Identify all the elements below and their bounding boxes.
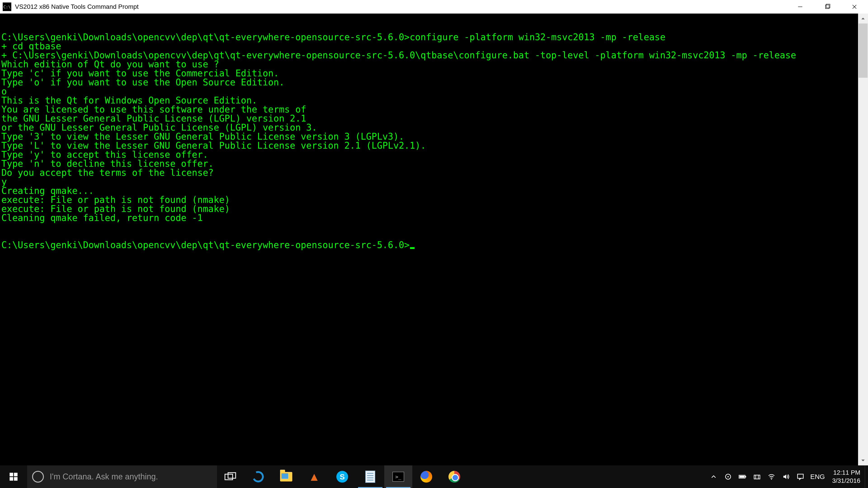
svg-rect-20 — [798, 474, 804, 478]
system-tray — [707, 465, 807, 488]
cortana-placeholder: I'm Cortana. Ask me anything. — [50, 472, 158, 482]
tray-overflow-icon[interactable] — [709, 473, 718, 481]
matlab-icon: ▲ — [308, 470, 320, 484]
cortana-search[interactable]: I'm Cortana. Ask me anything. — [27, 465, 217, 488]
terminal-line: Type 'y' to accept this license offer. — [1, 150, 867, 159]
close-button[interactable] — [841, 0, 868, 13]
wifi-icon[interactable] — [767, 473, 776, 481]
svg-rect-8 — [14, 477, 18, 481]
taskbar-apps: ▲ S >_ — [244, 465, 468, 488]
svg-point-19 — [771, 479, 772, 480]
svg-rect-2 — [826, 4, 830, 8]
taskbar-app-firefox[interactable] — [412, 465, 440, 488]
chrome-icon — [448, 471, 460, 483]
task-view-button[interactable] — [217, 465, 244, 488]
terminal-line: Creating qmake... — [1, 186, 867, 195]
location-icon[interactable] — [724, 473, 733, 481]
window-title: VS2012 x86 Native Tools Command Prompt — [15, 3, 138, 10]
scroll-thumb[interactable] — [859, 24, 868, 78]
svg-rect-15 — [740, 476, 745, 478]
terminal-line: Type 'n' to decline this license offer. — [1, 159, 867, 168]
terminal-line: Type 'o' if you want to use the Open Sou… — [1, 78, 867, 87]
action-center-icon[interactable] — [796, 473, 805, 481]
cortana-icon — [32, 471, 44, 483]
taskbar: I'm Cortana. Ask me anything. ▲ S >_ ENG… — [0, 465, 868, 488]
terminal-line: + C:\Users\genki\Downloads\opencvv\dep\q… — [1, 51, 867, 60]
minimize-button[interactable] — [786, 0, 814, 13]
terminal-prompt: C:\Users\genki\Downloads\opencvv\dep\qt\… — [1, 240, 410, 250]
clock-time: 12:11 PM — [833, 468, 860, 477]
network-icon[interactable] — [753, 473, 761, 481]
terminal-line: This is the Qt for Windows Open Source E… — [1, 96, 867, 105]
show-desktop-button[interactable] — [865, 465, 868, 488]
terminal-line: Type 'L' to view the Lesser GNU General … — [1, 141, 867, 150]
svg-rect-10 — [228, 473, 236, 478]
terminal-output[interactable]: C:\Users\genki\Downloads\opencvv\dep\qt\… — [0, 13, 868, 465]
taskbar-clock[interactable]: 12:11 PM 3/31/2016 — [828, 465, 865, 488]
svg-rect-7 — [10, 477, 13, 481]
skype-icon: S — [336, 471, 348, 483]
taskbar-app-skype[interactable]: S — [328, 465, 356, 488]
titlebar[interactable]: C:\ VS2012 x86 Native Tools Command Prom… — [0, 0, 868, 13]
taskbar-app-notepad[interactable] — [356, 465, 384, 488]
battery-icon[interactable] — [738, 473, 747, 481]
terminal-line: y — [1, 177, 867, 186]
terminal-line: You are licensed to use this software un… — [1, 105, 867, 114]
firefox-icon — [421, 471, 432, 483]
terminal-line: + cd qtbase — [1, 41, 867, 51]
terminal-line: C:\Users\genki\Downloads\opencvv\dep\qt\… — [1, 33, 867, 41]
start-button[interactable] — [0, 465, 27, 488]
terminal-line: o — [1, 87, 867, 96]
taskbar-app-cmd[interactable]: >_ — [384, 465, 412, 488]
taskbar-app-chrome[interactable] — [440, 465, 468, 488]
scroll-track[interactable] — [858, 24, 868, 455]
taskbar-app-matlab[interactable]: ▲ — [300, 465, 328, 488]
terminal-line: Type '3' to view the Lesser GNU General … — [1, 132, 867, 141]
svg-point-12 — [727, 476, 729, 477]
edge-icon — [251, 469, 266, 484]
command-prompt-window: C:\ VS2012 x86 Native Tools Command Prom… — [0, 0, 868, 465]
svg-rect-16 — [754, 475, 760, 479]
terminal-line: the GNU Lesser General Public License (L… — [1, 114, 867, 123]
terminal-line: Cleaning qmake failed, return code -1 — [1, 213, 867, 222]
terminal-line: Which edition of Qt do you want to use ? — [1, 60, 867, 69]
terminal-line: execute: File or path is not found (nmak… — [1, 195, 867, 204]
svg-rect-14 — [745, 476, 746, 478]
cmd-icon: >_ — [393, 472, 404, 482]
svg-rect-5 — [10, 473, 13, 477]
svg-rect-6 — [14, 473, 18, 477]
notepad-icon — [365, 470, 375, 483]
svg-rect-9 — [225, 474, 232, 480]
scroll-down-button[interactable] — [858, 455, 868, 465]
svg-rect-1 — [826, 5, 829, 8]
taskbar-app-file-explorer[interactable] — [272, 465, 300, 488]
terminal-line: Type 'c' if you want to use the Commerci… — [1, 69, 867, 78]
volume-icon[interactable] — [782, 473, 790, 481]
terminal-line: or the GNU Lesser General Public License… — [1, 123, 867, 132]
taskbar-app-edge[interactable] — [244, 465, 272, 488]
folder-icon — [280, 472, 292, 482]
vertical-scrollbar[interactable] — [858, 13, 868, 465]
maximize-button[interactable] — [814, 0, 841, 13]
language-indicator[interactable]: ENG — [807, 465, 828, 488]
terminal-line: execute: File or path is not found (nmak… — [1, 204, 867, 213]
clock-date: 3/31/2016 — [832, 477, 860, 485]
scroll-up-button[interactable] — [858, 13, 868, 24]
terminal-line: Do you accept the terms of the license? — [1, 168, 867, 177]
cmd-title-icon: C:\ — [3, 2, 11, 11]
terminal-cursor — [410, 247, 414, 249]
